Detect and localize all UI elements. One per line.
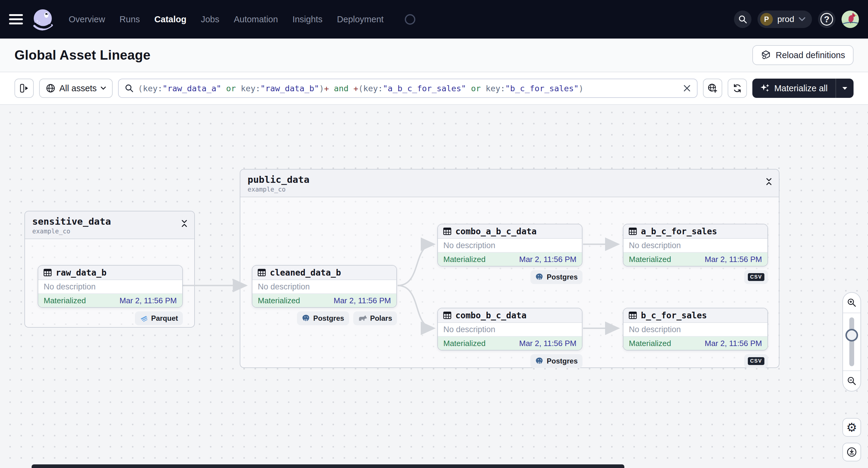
nav-item-jobs[interactable]: Jobs <box>201 14 219 24</box>
materialize-options-button[interactable] <box>836 79 854 98</box>
table-icon <box>43 268 52 277</box>
materialize-all-button[interactable]: Materialize all <box>752 79 835 98</box>
asset-card[interactable]: b_c_for_sales No description Materialize… <box>623 308 768 350</box>
group-subtitle: example_co <box>32 228 187 235</box>
tag-polars[interactable]: Polars <box>353 311 397 325</box>
materialization-timestamp: Mar 2, 11:56 PM <box>705 255 762 264</box>
top-navbar: Overview Runs Catalog Jobs Automation In… <box>0 0 868 38</box>
open-panel-icon <box>19 83 29 93</box>
table-icon <box>628 227 637 236</box>
asset-card[interactable]: cleaned_data_b No description Materializ… <box>252 265 397 308</box>
lineage-toolbar: All assets (key:"raw_data_a" or key:"raw… <box>0 72 868 105</box>
asset-lineage-canvas[interactable]: sensitive_data example_co public_data ex… <box>0 105 868 468</box>
primary-nav: Overview Runs Catalog Jobs Automation In… <box>69 14 415 25</box>
asset-status-row: Materialized Mar 2, 11:56 PM <box>438 253 582 266</box>
zoom-in-button[interactable] <box>843 293 861 313</box>
toggle-sidebar-button[interactable] <box>14 79 34 98</box>
asset-node-combo_b_c_data: combo_b_c_data No description Materializ… <box>437 308 583 368</box>
postgres-icon <box>535 273 544 281</box>
group-header[interactable]: public_data example_co <box>240 169 779 197</box>
nav-item-overview[interactable]: Overview <box>69 14 105 24</box>
asset-filter-input[interactable]: (key:"raw_data_a" or key:"raw_data_b")+ … <box>118 79 698 98</box>
asset-status-row: Materialized Mar 2, 11:56 PM <box>252 294 396 307</box>
tag-csv[interactable]: csv <box>744 354 768 368</box>
globe-icon <box>46 84 55 93</box>
question-mark-icon: ? <box>820 13 833 26</box>
tag-label: Parquet <box>151 314 178 322</box>
asset-description: No description <box>252 280 396 294</box>
nav-item-runs[interactable]: Runs <box>120 14 140 24</box>
asset-name: b_c_for_sales <box>641 311 707 320</box>
materialization-timestamp: Mar 2, 11:56 PM <box>519 255 577 264</box>
tag-postgres[interactable]: Postgres <box>530 270 583 284</box>
asset-node-a_b_c_for_sales: a_b_c_for_sales No description Materiali… <box>623 224 768 284</box>
asset-card[interactable]: combo_a_b_c_data No description Material… <box>437 224 583 267</box>
asset-filter-query[interactable]: (key:"raw_data_a" or key:"raw_data_b")+ … <box>138 84 679 93</box>
nav-item-insights[interactable]: Insights <box>292 14 322 24</box>
graph-settings-button[interactable]: ⚙ <box>842 418 861 437</box>
polars-icon <box>358 315 367 322</box>
status-badge: Materialized <box>629 339 671 348</box>
asset-description: No description <box>438 239 582 253</box>
materialization-timestamp: Mar 2, 11:56 PM <box>705 339 762 348</box>
materialization-timestamp: Mar 2, 11:56 PM <box>120 296 177 305</box>
csv-badge-icon: csv <box>748 273 765 281</box>
tag-parquet[interactable]: Parquet <box>135 311 183 325</box>
materialization-timestamp: Mar 2, 11:56 PM <box>334 296 391 305</box>
asset-name: raw_data_b <box>56 268 106 278</box>
tag-postgres[interactable]: Postgres <box>530 354 583 368</box>
hamburger-menu-icon[interactable] <box>9 14 23 24</box>
group-header[interactable]: sensitive_data example_co <box>25 211 194 239</box>
materialize-all-label: Materialize all <box>774 84 828 93</box>
asset-node-raw_data_b: raw_data_b No description Materialized M… <box>38 265 183 325</box>
asset-node-b_c_for_sales: b_c_for_sales No description Materialize… <box>623 308 768 368</box>
asset-name: cleaned_data_b <box>270 268 341 278</box>
materialization-timestamp: Mar 2, 11:56 PM <box>519 339 577 348</box>
zoom-slider-track[interactable] <box>849 317 854 366</box>
reload-definitions-button[interactable]: Reload definitions <box>752 45 854 65</box>
collapse-group-icon[interactable] <box>181 219 188 228</box>
nav-item-automation[interactable]: Automation <box>234 14 278 24</box>
status-badge: Materialized <box>443 255 486 264</box>
nav-item-deployment[interactable]: Deployment <box>337 14 384 24</box>
group-title: sensitive_data <box>32 216 187 227</box>
asset-name: a_b_c_for_sales <box>641 226 717 237</box>
nav-item-catalog[interactable]: Catalog <box>155 14 186 24</box>
status-badge: Materialized <box>443 339 486 348</box>
dagster-logo-icon[interactable] <box>31 7 55 31</box>
collapse-group-icon[interactable] <box>766 177 772 186</box>
asset-description: No description <box>438 323 582 337</box>
asset-node-cleaned_data_b: cleaned_data_b No description Materializ… <box>252 265 397 325</box>
tag-postgres[interactable]: Postgres <box>297 311 349 325</box>
asset-scope-dropdown[interactable]: All assets <box>39 79 113 98</box>
user-avatar[interactable] <box>841 10 859 28</box>
zoom-slider-handle[interactable] <box>845 329 858 342</box>
table-icon <box>628 311 637 320</box>
materialize-all-split-button: Materialize all <box>752 79 854 98</box>
bottom-dark-bar <box>32 464 624 468</box>
asset-description: No description <box>623 239 767 253</box>
tag-label: Polars <box>370 314 392 322</box>
asset-card[interactable]: a_b_c_for_sales No description Materiali… <box>623 224 768 267</box>
refresh-graph-button[interactable] <box>727 79 747 98</box>
clear-filter-icon[interactable] <box>683 84 691 92</box>
search-button[interactable] <box>734 10 751 28</box>
asset-card[interactable]: combo_b_c_data No description Materializ… <box>437 308 583 350</box>
asset-card[interactable]: raw_data_b No description Materialized M… <box>38 265 183 308</box>
loading-spinner-icon <box>405 14 415 25</box>
deployment-name: prod <box>777 14 794 24</box>
zoom-controls <box>842 292 861 392</box>
zoom-out-button[interactable] <box>843 370 861 391</box>
download-graph-button[interactable] <box>842 443 861 461</box>
zoom-slider[interactable] <box>843 313 861 370</box>
tag-csv[interactable]: csv <box>744 270 768 284</box>
asset-status-row: Materialized Mar 2, 11:56 PM <box>623 337 767 350</box>
deployment-switcher[interactable]: P prod <box>757 10 812 28</box>
help-button[interactable]: ? <box>818 10 835 28</box>
zoom-out-icon <box>847 376 857 386</box>
search-icon <box>125 84 134 93</box>
postgres-icon <box>302 314 310 322</box>
group-subtitle: example_co <box>248 186 772 193</box>
new-catalog-view-button[interactable] <box>703 79 722 98</box>
chevron-down-icon <box>101 87 106 90</box>
